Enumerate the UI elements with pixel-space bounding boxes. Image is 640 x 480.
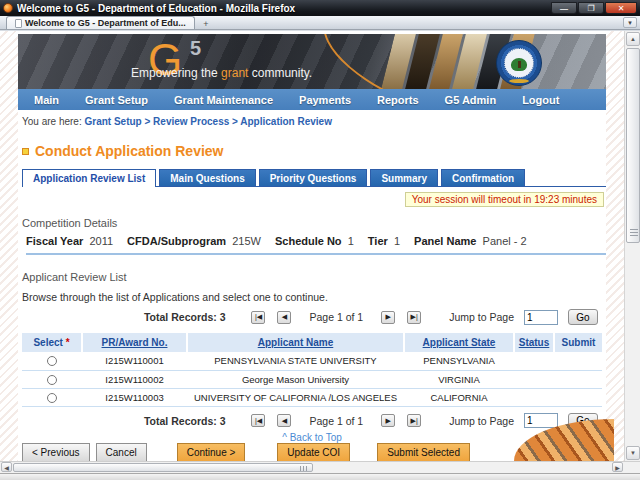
- submit-cell: [554, 352, 602, 370]
- nav-item-g5-admin[interactable]: G5 Admin: [445, 94, 497, 106]
- next-page-icon[interactable]: ▶: [381, 414, 395, 427]
- nav-item-reports[interactable]: Reports: [377, 94, 419, 106]
- applicant-name-cell: PENNSYLVANIA STATE UNIVERSITY: [187, 352, 404, 370]
- update-coi-button[interactable]: Update COI: [277, 443, 350, 462]
- list-tabs-icon[interactable]: ▾: [623, 17, 637, 28]
- cancel-button[interactable]: Cancel: [96, 443, 147, 462]
- pagination-top: Total Records: 3 |◀ ◀ Page 1 of 1 ▶ ▶| J…: [18, 309, 598, 325]
- jump-to-page-input[interactable]: [524, 413, 558, 428]
- prev-page-icon[interactable]: ◀: [277, 311, 291, 324]
- prev-page-icon[interactable]: ◀: [277, 414, 291, 427]
- tab-confirmation[interactable]: Confirmation: [441, 169, 525, 186]
- table-row: I215W110001 PENNSYLVANIA STATE UNIVERSIT…: [22, 352, 602, 370]
- field-label-cfda: CFDA/Subprogram: [127, 235, 226, 247]
- continue-button[interactable]: Continue >: [177, 443, 246, 462]
- submit-selected-button[interactable]: Submit Selected: [377, 443, 470, 462]
- page-margin-left: [0, 31, 18, 461]
- applicant-state-cell: VIRGINIA: [404, 370, 514, 388]
- department-of-education-seal: [496, 40, 542, 86]
- first-page-icon[interactable]: |◀: [251, 414, 265, 427]
- tab-main-questions[interactable]: Main Questions: [159, 169, 255, 186]
- close-button[interactable]: ✕: [605, 2, 637, 14]
- page-icon: [15, 19, 22, 28]
- last-page-icon[interactable]: ▶|: [407, 414, 421, 427]
- jump-to-page-input[interactable]: [524, 310, 558, 325]
- back-to-top-link[interactable]: ^ Back to Top: [282, 432, 342, 443]
- required-marker: *: [66, 337, 70, 348]
- col-header-applicant-name[interactable]: Applicant Name: [187, 333, 404, 352]
- tab-application-review-list[interactable]: Application Review List: [22, 169, 156, 187]
- total-records-label: Total Records: 3: [144, 311, 226, 323]
- new-tab-button[interactable]: +: [198, 18, 214, 29]
- award-no-cell: I215W110001: [82, 352, 187, 370]
- applicant-state-cell: PENNSYLVANIA: [404, 352, 514, 370]
- minimize-button[interactable]: —: [551, 2, 577, 14]
- vertical-scrollbar-thumb[interactable]: [626, 48, 640, 243]
- select-applicant-radio[interactable]: [47, 375, 57, 385]
- banner-tagline: Empowering the grant community.: [131, 66, 312, 80]
- tab-summary[interactable]: Summary: [370, 169, 438, 186]
- maximize-button[interactable]: ❐: [578, 2, 604, 14]
- nav-item-logout[interactable]: Logout: [522, 94, 559, 106]
- page-heading: Conduct Application Review: [22, 143, 606, 159]
- next-page-icon[interactable]: ▶: [381, 311, 395, 324]
- g5-banner: G 5 Empowering the grant community.: [18, 34, 606, 89]
- tab-priority-questions[interactable]: Priority Questions: [259, 169, 368, 186]
- page-margin-right: [606, 31, 624, 461]
- col-header-award-no[interactable]: PR/Award No.: [82, 333, 187, 352]
- field-label-schedule-no: Schedule No: [275, 235, 342, 247]
- field-value-cfda: 215W: [232, 235, 261, 247]
- col-header-status[interactable]: Status: [514, 333, 554, 352]
- scroll-right-icon[interactable]: ▶: [612, 462, 623, 472]
- browser-tab[interactable]: Welcome to G5 - Department of Edu...: [6, 16, 195, 29]
- field-label-panel-name: Panel Name: [414, 235, 476, 247]
- nav-item-grant-maintenance[interactable]: Grant Maintenance: [174, 94, 273, 106]
- award-no-cell: I215W110003: [82, 388, 187, 406]
- list-instructions: Browse through the list of Applications …: [22, 291, 606, 303]
- col-header-applicant-state[interactable]: Applicant State: [404, 333, 514, 352]
- scroll-left-icon[interactable]: ◀: [1, 462, 12, 472]
- field-label-fiscal-year: Fiscal Year: [26, 235, 83, 247]
- last-page-icon[interactable]: ▶|: [407, 311, 421, 324]
- table-row: I215W110003 UNIVERSITY OF CALIFORNIA /LO…: [22, 388, 602, 406]
- status-cell: [514, 352, 554, 370]
- total-records-label: Total Records: 3: [144, 415, 226, 427]
- horizontal-scrollbar-thumb[interactable]: [13, 463, 313, 472]
- breadcrumb-prefix: You are here:: [22, 116, 82, 127]
- field-label-tier: Tier: [368, 235, 388, 247]
- status-cell: [514, 388, 554, 406]
- breadcrumb-path[interactable]: Grant Setup > Review Process > Applicati…: [84, 116, 332, 127]
- scroll-up-icon[interactable]: ▲: [626, 32, 640, 46]
- pagination-bottom: Total Records: 3 |◀ ◀ Page 1 of 1 ▶ ▶| J…: [18, 413, 598, 429]
- first-page-icon[interactable]: |◀: [251, 311, 265, 324]
- window-titlebar: Welcome to G5 - Department of Education …: [0, 0, 640, 16]
- select-applicant-radio[interactable]: [47, 393, 57, 403]
- status-cell: [514, 370, 554, 388]
- nav-item-grant-setup[interactable]: Grant Setup: [85, 94, 148, 106]
- page-content: G 5 Empowering the grant community. Main…: [18, 31, 606, 461]
- page-indicator: Page 1 of 1: [309, 415, 363, 427]
- g5-logo-5: 5: [190, 37, 201, 60]
- vertical-scrollbar[interactable]: ▲ ▼: [624, 31, 640, 461]
- main-navbar: Main Grant Setup Grant Maintenance Payme…: [18, 89, 606, 110]
- select-applicant-radio[interactable]: [47, 356, 57, 366]
- col-header-select: Select *: [22, 333, 82, 352]
- competition-details-heading: Competition Details: [22, 217, 606, 229]
- status-bar: [0, 473, 640, 480]
- col-header-submit: Submit: [554, 333, 602, 352]
- award-no-cell: I215W110002: [82, 370, 187, 388]
- horizontal-scrollbar[interactable]: ◀ ▶: [0, 461, 640, 473]
- nav-item-main[interactable]: Main: [34, 94, 59, 106]
- field-value-schedule-no: 1: [348, 235, 354, 247]
- page-viewport: G 5 Empowering the grant community. Main…: [0, 31, 624, 461]
- page-indicator: Page 1 of 1: [309, 311, 363, 323]
- go-button[interactable]: Go: [568, 309, 598, 325]
- session-timeout-message: Your session will timeout in 19:23 minut…: [405, 192, 604, 207]
- bullet-icon: [22, 148, 29, 155]
- browser-tabstrip: Welcome to G5 - Department of Edu... + ▾: [0, 16, 640, 30]
- scroll-down-icon[interactable]: ▼: [626, 446, 640, 460]
- page-title: Conduct Application Review: [35, 143, 224, 159]
- nav-item-payments[interactable]: Payments: [299, 94, 351, 106]
- window-title: Welcome to G5 - Department of Education …: [17, 3, 551, 14]
- previous-button[interactable]: < Previous: [22, 443, 90, 462]
